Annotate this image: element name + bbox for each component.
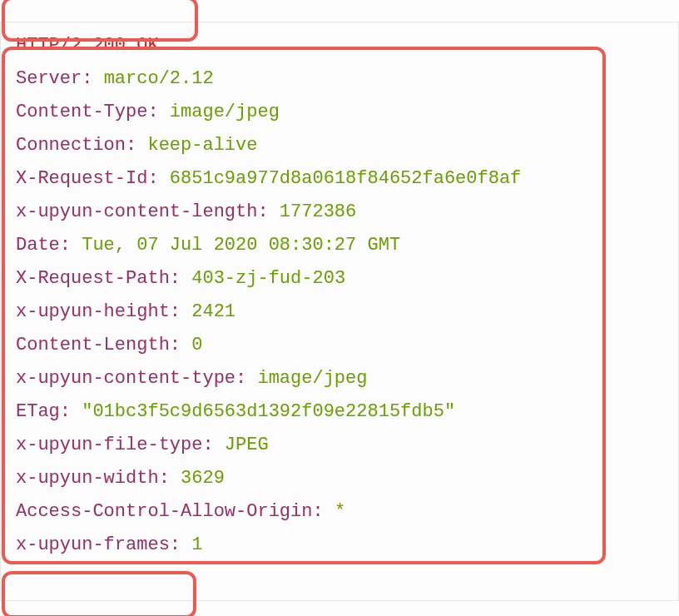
highlight-headers bbox=[2, 47, 606, 564]
highlight-bottom bbox=[2, 571, 196, 616]
highlight-status bbox=[2, 0, 198, 42]
